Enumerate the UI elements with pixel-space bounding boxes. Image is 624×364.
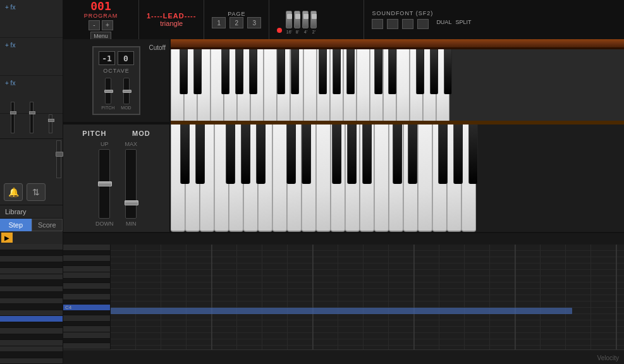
piano-black-key[interactable]: [333, 49, 341, 94]
mod-slider[interactable]: [125, 149, 137, 219]
piano-black-key[interactable]: [430, 49, 438, 94]
drawbar-label-16: 16': [286, 30, 292, 34]
piano-black-key[interactable]: [444, 49, 452, 94]
piano-black-key[interactable]: [193, 49, 202, 94]
page-label: PAGE: [228, 11, 245, 17]
piano-black-key[interactable]: [438, 124, 448, 184]
piano-black-key[interactable]: [319, 49, 327, 94]
piano-black-key[interactable]: [291, 49, 299, 94]
piano-white-key[interactable]: [418, 124, 432, 232]
piano-black-key[interactable]: [195, 124, 205, 184]
volume-fader-2[interactable]: [30, 102, 34, 133]
fx-row-1[interactable]: + fx: [0, 0, 63, 38]
piano-black-key[interactable]: [468, 124, 478, 184]
roll-key-w: [63, 294, 110, 300]
library-section: Library: [0, 205, 63, 219]
piano-black-key[interactable]: [226, 124, 235, 184]
page-btn-2[interactable]: 2: [229, 17, 243, 28]
drawbar-container: 4': [302, 11, 309, 34]
bells-icon-btn[interactable]: 🔔: [4, 183, 23, 201]
piano-white-key[interactable]: [264, 49, 277, 124]
piano-white-key[interactable]: [374, 124, 389, 232]
piano-roll-header: [63, 233, 624, 245]
drawbar-container: 16': [286, 11, 292, 34]
piano-black-key[interactable]: [241, 124, 250, 184]
piano-roll-grid[interactable]: [111, 245, 624, 349]
volume-fader-1[interactable]: [11, 102, 15, 133]
program-plus-btn[interactable]: +: [102, 20, 113, 30]
sf-slot-2[interactable]: [387, 19, 398, 29]
scroll-row: [0, 139, 63, 179]
piano-black-key[interactable]: [347, 124, 357, 184]
piano-black-key[interactable]: [277, 49, 285, 94]
drawbar-label-2: 2': [312, 30, 315, 34]
mini-key: [0, 334, 63, 341]
soundfont-section: SOUNDFONT (SF2) DUAL SPLIT: [364, 0, 624, 39]
cutoff-label: Cutoff: [149, 44, 166, 51]
piano-roll-keys: C4: [63, 245, 111, 349]
piano-white-key[interactable]: [396, 49, 410, 124]
fx-row-2[interactable]: + fx: [0, 38, 63, 76]
drawbar-8[interactable]: [294, 11, 300, 28]
piano-black-key[interactable]: [180, 49, 188, 94]
piano-white-key[interactable]: [303, 49, 317, 124]
piano-black-key[interactable]: [256, 124, 266, 184]
sf-slot-4[interactable]: [417, 19, 429, 29]
piano-black-key[interactable]: [332, 124, 341, 184]
sf-slot-1[interactable]: [372, 19, 383, 29]
roll-key-b: [63, 251, 110, 255]
piano-black-key[interactable]: [416, 49, 424, 94]
mini-key: [0, 256, 63, 262]
roll-key-b: [63, 289, 110, 294]
organ-indicator: [277, 28, 282, 33]
piano-white-key[interactable]: [272, 124, 287, 232]
piano-black-key[interactable]: [286, 124, 296, 184]
pitch-slider[interactable]: [99, 149, 110, 219]
scroll-bar[interactable]: [56, 140, 61, 178]
sliders-icon-btn[interactable]: ⇅: [27, 183, 46, 201]
piano-black-key[interactable]: [408, 124, 417, 184]
piano-black-key[interactable]: [374, 49, 382, 94]
piano-black-key[interactable]: [180, 124, 190, 184]
lead-label: 1----LEAD----: [147, 12, 196, 20]
piano-white-key[interactable]: [316, 124, 331, 232]
piano-black-key[interactable]: [346, 49, 355, 94]
piano-black-key[interactable]: [235, 49, 243, 94]
piano-black-key[interactable]: [249, 49, 257, 94]
nav-row: ▶: [0, 231, 63, 244]
piano-black-key[interactable]: [453, 124, 463, 184]
drawbar-2[interactable]: [310, 11, 317, 28]
page-btn-3[interactable]: 3: [247, 17, 261, 28]
upper-keys-row: [171, 49, 624, 124]
piano-black-key[interactable]: [393, 124, 402, 184]
pitch-slider-thumb: [98, 181, 112, 186]
tab-step[interactable]: Step: [0, 219, 32, 231]
piano-black-key[interactable]: [302, 124, 311, 184]
drawbar-4[interactable]: [302, 11, 309, 28]
page-btn-1[interactable]: 1: [212, 17, 226, 28]
octave-label: OCTAVE: [103, 68, 130, 74]
piano-white-key[interactable]: [357, 49, 370, 124]
mod-mini-slider[interactable]: [123, 78, 130, 104]
split-label: SPLIT: [455, 19, 471, 29]
piano-black-key[interactable]: [362, 124, 372, 184]
center-panel: 001 PROGRAM - + Menu 1----LEAD---- trian…: [63, 0, 624, 364]
mini-key: [0, 262, 63, 269]
tab-score[interactable]: Score: [32, 219, 63, 231]
upper-controls: Cutoff -1 0 OCTAVE: [63, 39, 169, 124]
nav-arrow-btn[interactable]: ▶: [1, 233, 13, 243]
piano-black-key[interactable]: [388, 49, 396, 94]
sf-slot-3[interactable]: [402, 19, 413, 29]
pitch-mini-slider[interactable]: [105, 78, 111, 104]
pitch-title: PITCH: [82, 130, 106, 137]
mini-key: [0, 322, 63, 329]
channel-fader[interactable]: [49, 114, 52, 133]
program-minus-btn[interactable]: -: [89, 20, 100, 30]
drawbar-16[interactable]: [286, 11, 292, 28]
keyboard-container: [171, 39, 624, 232]
soundfont-controls: DUAL SPLIT: [372, 19, 616, 29]
up-label: UP: [101, 141, 109, 147]
mini-sliders: PITCH MOD: [101, 78, 131, 110]
roll-key-b: [63, 300, 110, 305]
piano-black-key[interactable]: [221, 49, 229, 94]
